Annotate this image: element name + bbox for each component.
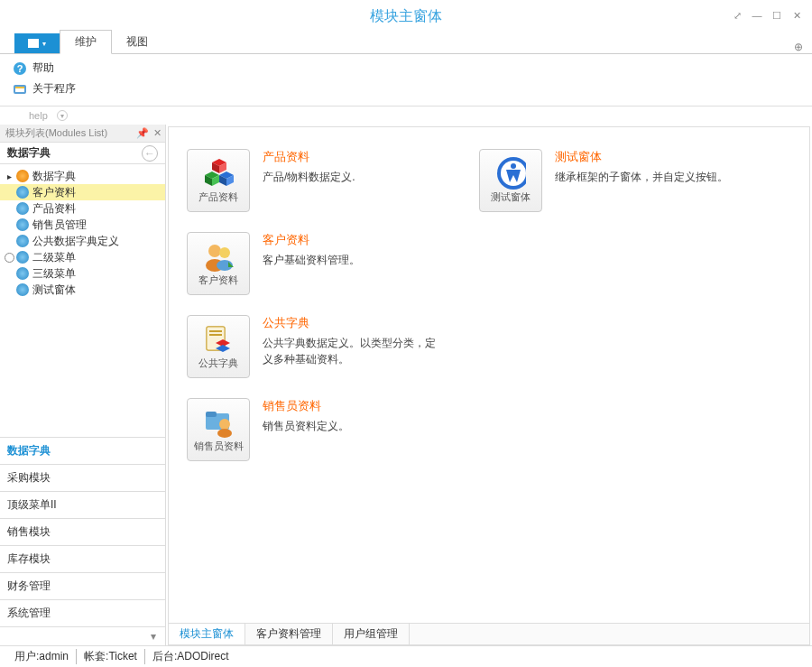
module-caption: 测试窗体 — [491, 190, 531, 204]
tree-node-level2[interactable]: 二级菜单 — [0, 249, 165, 265]
restore-small-icon[interactable]: ⤢ — [729, 7, 745, 23]
tree-node-label: 测试窗体 — [32, 283, 76, 298]
item-icon — [16, 218, 29, 231]
tree-node-label: 数据字典 — [32, 169, 76, 184]
content-tab-customer-mgmt[interactable]: 客户资料管理 — [245, 624, 333, 644]
module-title: 客户资料 — [263, 232, 360, 248]
ribbon-group-caption: help — [29, 110, 48, 121]
svg-point-31 — [511, 163, 516, 169]
module-card-product: 产品资料 产品资料 产品/物料数据定义. — [187, 149, 443, 212]
sidebar-group-purchase[interactable]: 采购模块 — [0, 465, 165, 492]
svg-point-14 — [208, 245, 221, 257]
status-account: 帐套:Ticket — [77, 649, 145, 664]
sidebar-group-sales[interactable]: 销售模块 — [0, 519, 165, 546]
chevron-down-icon: ▾ — [42, 40, 46, 48]
content-tab-main[interactable]: 模块主窗体 — [169, 623, 245, 644]
folder-icon — [16, 170, 29, 182]
tree-node-label: 客户资料 — [32, 185, 76, 200]
module-card-test: 测试窗体 测试窗体 继承框架的子窗体，并自定义按钮。 — [479, 149, 728, 212]
window-title: 模块主窗体 — [370, 7, 442, 26]
module-button-customer[interactable]: 客户资料 — [187, 232, 250, 295]
sidebar-section-label: 数据字典 — [7, 145, 51, 161]
sidebar-group-topmenu2[interactable]: 顶级菜单II — [0, 492, 165, 519]
sidebar-group-finance[interactable]: 财务管理 — [0, 573, 165, 600]
module-caption: 客户资料 — [198, 273, 238, 287]
svg-point-16 — [219, 247, 230, 258]
minimize-icon[interactable]: — — [749, 7, 765, 23]
ribbon-item-label: 关于程序 — [32, 81, 76, 97]
maximize-icon[interactable]: ☐ — [769, 7, 785, 23]
sidebar-title: 模块列表(Modules List) 📌 ✕ — [0, 125, 165, 143]
svg-point-27 — [219, 419, 230, 430]
module-title: 测试窗体 — [555, 149, 728, 165]
content-tab-usergroup-mgmt[interactable]: 用户组管理 — [333, 624, 410, 644]
module-desc: 销售员资料定义。 — [263, 418, 349, 434]
svg-rect-22 — [209, 334, 222, 336]
expand-icon[interactable]: ▸ — [4, 171, 14, 181]
module-card-customer: 客户资料 客户资料 客户基础资料管理。 — [187, 232, 443, 295]
document-boxes-icon — [203, 324, 234, 355]
close-icon[interactable]: ✕ — [789, 7, 805, 23]
tree-node-testform[interactable]: 测试窗体 — [0, 282, 165, 298]
module-button-product[interactable]: 产品资料 — [187, 149, 250, 212]
tree-node-pubdict[interactable]: 公共数据字典定义 — [0, 233, 165, 249]
module-desc: 客户基础资料管理。 — [263, 252, 360, 268]
ribbon-item-about[interactable]: 关于程序 — [9, 79, 803, 99]
ribbon-tab-view[interactable]: 视图 — [112, 31, 162, 53]
ribbon-tab-maintain[interactable]: 维护 — [60, 30, 112, 54]
svg-text:?: ? — [17, 63, 23, 74]
cubes-icon — [203, 158, 234, 189]
tree-node-label: 二级菜单 — [32, 250, 76, 265]
module-caption: 产品资料 — [198, 190, 238, 204]
module-card-dict: 公共字典 公共字典 公共字典数据定义。以类型分类，定义多种基础资料。 — [187, 315, 443, 378]
ribbon-item-label: 帮助 — [32, 60, 54, 76]
svg-rect-26 — [206, 412, 217, 417]
users-icon — [203, 241, 234, 272]
tree-root-dict[interactable]: ▸ 数据字典 — [0, 168, 165, 184]
ribbon-expand-icon[interactable]: ⊕ — [794, 41, 812, 53]
status-user: 用户:admin — [7, 649, 77, 664]
tree-node-customer[interactable]: 客户资料 — [0, 184, 165, 200]
sidebar-section-header[interactable]: 数据字典 ← — [0, 143, 165, 164]
expand-icon[interactable] — [4, 252, 14, 263]
item-icon — [16, 267, 29, 280]
module-title: 公共字典 — [263, 315, 443, 331]
tree-node-product[interactable]: 产品资料 — [0, 200, 165, 217]
module-button-dict[interactable]: 公共字典 — [187, 315, 250, 378]
app-menu-button[interactable]: ▾ — [14, 33, 60, 53]
item-icon — [16, 283, 29, 296]
tree-node-level3[interactable]: 三级菜单 — [0, 265, 165, 282]
item-icon — [16, 186, 29, 199]
item-icon — [16, 251, 29, 264]
status-bar: 用户:admin 帐套:Ticket 后台:ADODirect — [0, 645, 812, 667]
module-button-test[interactable]: 测试窗体 — [479, 149, 542, 212]
sidebar-group-system[interactable]: 系统管理 — [0, 600, 165, 627]
sidebar-more-button[interactable]: ▾ — [0, 627, 165, 645]
ribbon-group-launcher-icon[interactable]: ▾ — [57, 110, 68, 121]
module-caption: 销售员资料 — [194, 440, 244, 453]
tree-node-label: 销售员管理 — [32, 218, 87, 233]
app-menu-icon — [28, 39, 39, 48]
back-arrow-icon[interactable]: ← — [142, 145, 158, 162]
module-button-sales[interactable]: 销售员资料 — [187, 398, 250, 461]
tree-node-label: 三级菜单 — [32, 266, 76, 282]
svg-point-28 — [217, 429, 232, 438]
module-card-sales: 销售员资料 销售员资料 销售员资料定义。 — [187, 398, 443, 461]
sidebar-group-dict[interactable]: 数据字典 — [0, 438, 165, 465]
tree-node-sales[interactable]: 销售员管理 — [0, 217, 165, 233]
module-caption: 公共字典 — [198, 357, 238, 370]
sidebar-title-text: 模块列表(Modules List) — [5, 126, 107, 140]
sidebar-group-stock[interactable]: 库存模块 — [0, 546, 165, 573]
ribbon-item-help[interactable]: ? 帮助 — [9, 58, 803, 79]
tree-node-label: 公共数据字典定义 — [32, 234, 119, 249]
item-icon — [16, 202, 29, 215]
folder-user-icon — [203, 407, 234, 438]
module-desc: 产品/物料数据定义. — [263, 169, 355, 185]
module-tree: ▸ 数据字典 客户资料 产品资料 销售员管理 公共数据字典定义 — [0, 164, 165, 437]
pin-icon[interactable]: 📌 — [136, 127, 149, 139]
about-icon — [13, 82, 27, 97]
module-desc: 公共字典数据定义。以类型分类，定义多种基础资料。 — [263, 335, 443, 367]
module-title: 销售员资料 — [263, 398, 349, 414]
module-desc: 继承框架的子窗体，并自定义按钮。 — [555, 169, 728, 185]
sidebar-close-icon[interactable]: ✕ — [153, 127, 161, 139]
